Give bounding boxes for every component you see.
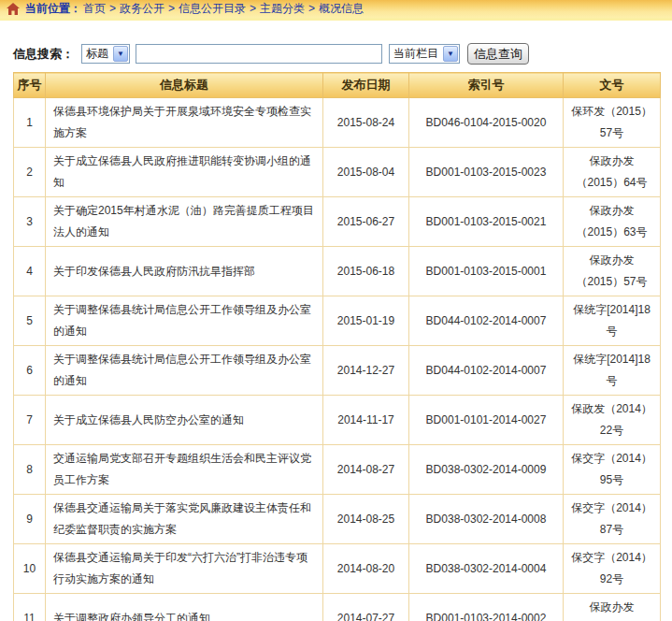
doc-number-cell: 保交字（2014）87号 xyxy=(564,495,661,544)
breadcrumb-item-5[interactable]: 概况信息 xyxy=(319,2,364,15)
row-number-cell: 10 xyxy=(14,544,46,594)
publish-date-cell: 2014-12-27 xyxy=(323,346,409,396)
search-bar: 信息搜索： 标题 ▼ 当前栏目 ▼ 信息查询 xyxy=(13,43,672,65)
publish-date-cell: 2015-08-04 xyxy=(323,148,409,197)
index-number-cell: BD038-0302-2014-0009 xyxy=(409,445,564,495)
doc-title-link[interactable]: 交通运输局党支部召开专题组织生活会和民主评议党员工作方案 xyxy=(46,445,323,495)
index-number-cell: BD046-0104-2015-0020 xyxy=(409,98,564,148)
index-number-cell: BD001-0103-2015-0001 xyxy=(409,247,564,296)
document-table: 序号信息标题发布日期索引号文号 1保德县环境保护局关于开展泉域环境安全专项检查实… xyxy=(13,72,661,621)
publish-date-cell: 2015-08-24 xyxy=(323,98,409,148)
publish-date-cell: 2015-06-18 xyxy=(323,247,409,296)
doc-title-link[interactable]: 关于调整政府办领导分工的通知 xyxy=(46,594,323,621)
search-scope-select-value: 当前栏目 xyxy=(390,46,442,62)
row-number-cell: 1 xyxy=(14,98,46,148)
doc-number-cell: 保政办发（2015）64号 xyxy=(564,148,661,197)
publish-date-cell: 2015-01-19 xyxy=(323,296,409,346)
doc-number-cell: 保政办发（2015）57号 xyxy=(564,247,661,296)
doc-number-cell: 保政办发（2014）74号 xyxy=(564,594,661,621)
doc-number-cell: 保统字[2014]18号 xyxy=(564,296,661,346)
table-row: 3关于确定2015年村通水泥（油）路完善提质工程项目法人的通知2015-06-2… xyxy=(14,197,661,247)
chevron-down-icon[interactable]: ▼ xyxy=(443,46,458,62)
index-number-cell: BD038-0302-2014-0004 xyxy=(409,544,564,594)
table-row: 8交通运输局党支部召开专题组织生活会和民主评议党员工作方案2014-08-27B… xyxy=(14,445,661,495)
table-row: 5关于调整保德县统计局信息公开工作领导组及办公室的通知2015-01-19BD0… xyxy=(14,296,661,346)
doc-title-link[interactable]: 关于成立保德县人民防空办公室的通知 xyxy=(46,396,323,445)
search-input[interactable] xyxy=(136,44,382,64)
breadcrumb-item-1[interactable]: 首页 xyxy=(83,2,106,15)
row-number-cell: 11 xyxy=(14,594,46,621)
publish-date-cell: 2014-07-27 xyxy=(323,594,409,621)
search-scope-select[interactable]: 当前栏目 ▼ xyxy=(389,44,460,64)
row-number-cell: 7 xyxy=(14,396,46,445)
row-number-cell: 3 xyxy=(14,197,46,247)
row-number-cell: 4 xyxy=(14,247,46,296)
breadcrumb-separator: > xyxy=(168,2,175,15)
index-number-cell: BD001-0103-2015-0021 xyxy=(409,197,564,247)
doc-title-link[interactable]: 关于调整保德县统计局信息公开工作领导组及办公室的通知 xyxy=(46,346,323,396)
column-header-2: 信息标题 xyxy=(46,73,323,98)
table-row: 6关于调整保德县统计局信息公开工作领导组及办公室的通知2014-12-27BD0… xyxy=(14,346,661,396)
publish-date-cell: 2014-08-20 xyxy=(323,544,409,594)
doc-number-cell: 保环发（2015）57号 xyxy=(564,98,661,148)
doc-title-link[interactable]: 关于成立保德县人民政府推进职能转变协调小组的通知 xyxy=(46,148,323,197)
row-number-cell: 6 xyxy=(14,346,46,396)
search-field-select[interactable]: 标题 ▼ xyxy=(81,44,130,64)
doc-title-link[interactable]: 关于调整保德县统计局信息公开工作领导组及办公室的通知 xyxy=(46,296,323,346)
index-number-cell: BD044-0102-2014-0007 xyxy=(409,296,564,346)
table-row: 4关于印发保德县人民政府防汛抗旱指挥部2015-06-18BD001-0103-… xyxy=(14,247,661,296)
publish-date-cell: 2014-08-25 xyxy=(323,495,409,544)
index-number-cell: BD001-0103-2015-0023 xyxy=(409,148,564,197)
row-number-cell: 5 xyxy=(14,296,46,346)
breadcrumb-separator: > xyxy=(308,2,315,15)
doc-number-cell: 保统字[2014]18号 xyxy=(564,346,661,396)
publish-date-cell: 2014-11-17 xyxy=(323,396,409,445)
search-submit-button[interactable]: 信息查询 xyxy=(467,43,529,65)
table-row: 11关于调整政府办领导分工的通知2014-07-27BD001-0103-201… xyxy=(14,594,661,621)
breadcrumb-label: 当前位置： xyxy=(25,1,81,17)
column-header-1: 序号 xyxy=(14,73,46,98)
doc-title-link[interactable]: 保德县交通运输局关于落实党风廉政建设主体责任和纪委监督职责的实施方案 xyxy=(46,495,323,544)
doc-number-cell: 保政发（2014）22号 xyxy=(564,396,661,445)
row-number-cell: 8 xyxy=(14,445,46,495)
column-header-4: 索引号 xyxy=(409,73,564,98)
home-icon xyxy=(7,3,20,15)
index-number-cell: BD001-0103-2014-0002 xyxy=(409,594,564,621)
table-row: 7关于成立保德县人民防空办公室的通知2014-11-17BD001-0101-2… xyxy=(14,396,661,445)
doc-number-cell: 保政办发（2015）63号 xyxy=(564,197,661,247)
doc-number-cell: 保交字（2014）92号 xyxy=(564,544,661,594)
breadcrumb-item-3[interactable]: 信息公开目录 xyxy=(179,2,246,15)
doc-number-cell: 保交字（2014）95号 xyxy=(564,445,661,495)
doc-title-link[interactable]: 关于印发保德县人民政府防汛抗旱指挥部 xyxy=(46,247,323,296)
search-field-select-value: 标题 xyxy=(82,46,112,62)
index-number-cell: BD001-0101-2014-0027 xyxy=(409,396,564,445)
breadcrumb-item-4[interactable]: 主题分类 xyxy=(260,2,305,15)
breadcrumb-separator: > xyxy=(109,2,116,15)
breadcrumb-separator: > xyxy=(250,2,256,15)
table-row: 9保德县交通运输局关于落实党风廉政建设主体责任和纪委监督职责的实施方案2014-… xyxy=(14,495,661,544)
publish-date-cell: 2014-08-27 xyxy=(323,445,409,495)
column-header-5: 文号 xyxy=(564,73,661,98)
doc-title-link[interactable]: 保德县环境保护局关于开展泉域环境安全专项检查实施方案 xyxy=(46,98,323,148)
row-number-cell: 9 xyxy=(14,495,46,544)
table-row: 1保德县环境保护局关于开展泉域环境安全专项检查实施方案2015-08-24BD0… xyxy=(14,98,661,148)
row-number-cell: 2 xyxy=(14,148,46,197)
chevron-down-icon[interactable]: ▼ xyxy=(113,46,128,62)
index-number-cell: BD038-0302-2014-0008 xyxy=(409,495,564,544)
table-header-row: 序号信息标题发布日期索引号文号 xyxy=(14,73,661,98)
breadcrumb-item-2[interactable]: 政务公开 xyxy=(120,2,164,15)
breadcrumb-items: 首页>政务公开>信息公开目录>主题分类>概况信息 xyxy=(81,1,365,17)
search-label: 信息搜索： xyxy=(13,46,74,63)
doc-title-link[interactable]: 保德县交通运输局关于印发“六打六治”打非治违专项行动实施方案的通知 xyxy=(46,544,323,594)
table-row: 10保德县交通运输局关于印发“六打六治”打非治违专项行动实施方案的通知2014-… xyxy=(14,544,661,594)
column-header-3: 发布日期 xyxy=(323,73,409,98)
index-number-cell: BD044-0102-2014-0007 xyxy=(409,346,564,396)
doc-title-link[interactable]: 关于确定2015年村通水泥（油）路完善提质工程项目法人的通知 xyxy=(46,197,323,247)
breadcrumb: 当前位置： 首页>政务公开>信息公开目录>主题分类>概况信息 xyxy=(0,0,672,21)
publish-date-cell: 2015-06-27 xyxy=(323,197,409,247)
table-row: 2关于成立保德县人民政府推进职能转变协调小组的通知2015-08-04BD001… xyxy=(14,148,661,197)
